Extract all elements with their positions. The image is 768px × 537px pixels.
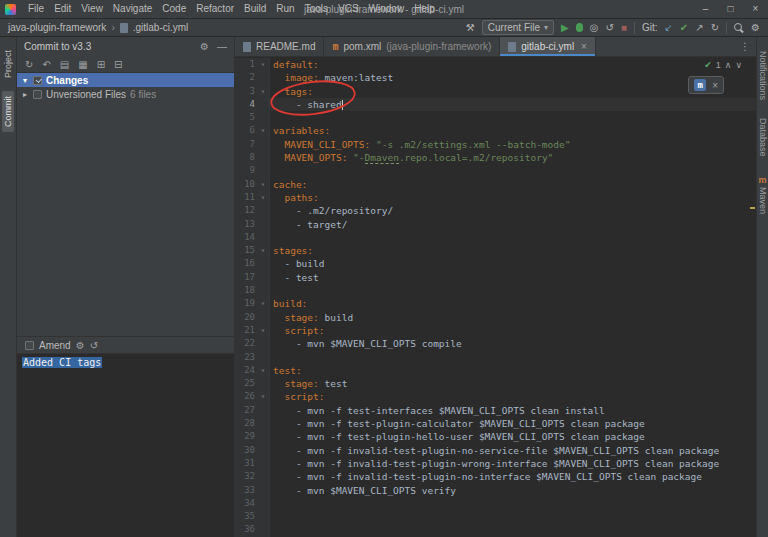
refresh-icon[interactable]: ↻ — [25, 59, 33, 70]
code-line-31[interactable]: 31 - mvn -f invalid-test-plugin-wrong-in… — [235, 457, 756, 470]
code-line-18[interactable]: 18 — [235, 284, 756, 297]
fold-icon[interactable]: ▾ — [257, 364, 270, 377]
menu-tools[interactable]: Tools — [300, 0, 333, 18]
code-line-22[interactable]: 22 - mvn $MAVEN_CLI_OPTS compile — [235, 337, 756, 350]
fold-icon[interactable]: ▾ — [257, 324, 270, 337]
hide-panel-icon[interactable]: — — [217, 41, 227, 52]
chevron-right-icon[interactable]: ▸ — [21, 90, 29, 99]
menu-help[interactable]: Help — [409, 0, 440, 18]
menu-window[interactable]: Window — [364, 0, 410, 18]
fold-icon[interactable]: ▾ — [257, 58, 270, 71]
breadcrumb-project[interactable]: java-plugin-framework — [8, 22, 106, 33]
code-line-3[interactable]: 3▾ tags: — [235, 85, 756, 98]
menu-run[interactable]: Run — [271, 0, 299, 18]
code-line-15[interactable]: 15▾stages: — [235, 244, 756, 257]
expand-all-icon[interactable]: ⊞ — [97, 59, 105, 70]
code-line-19[interactable]: 19▾build: — [235, 297, 756, 310]
tab-options-icon[interactable]: ⋮ — [734, 37, 756, 56]
gear-icon[interactable]: ⚙ — [200, 41, 209, 52]
commit-history-icon[interactable]: ↺ — [90, 340, 98, 351]
git-commit-icon[interactable]: ✔ — [680, 23, 688, 33]
close-icon[interactable]: × — [743, 0, 768, 18]
code-line-26[interactable]: 26▾ script: — [235, 390, 756, 403]
code-line-30[interactable]: 30 - mvn -f invalid-test-plugin-no-servi… — [235, 444, 756, 457]
close-tab-icon[interactable]: × — [581, 41, 587, 52]
menu-view[interactable]: View — [76, 0, 108, 18]
git-refresh-icon[interactable]: ↻ — [711, 23, 719, 33]
menu-build[interactable]: Build — [239, 0, 271, 18]
code-line-36[interactable]: 36 — [235, 523, 756, 536]
editor[interactable]: 1▾default:2 image: maven:latest3▾ tags:4… — [235, 57, 756, 537]
menu-file[interactable]: File — [23, 0, 49, 18]
fold-icon[interactable]: ▾ — [257, 85, 270, 98]
run-config-select[interactable]: Current File ▾ — [482, 20, 554, 35]
code-line-33[interactable]: 33 - mvn $MAVEN_CLI_OPTS verify — [235, 484, 756, 497]
fold-icon[interactable]: ▾ — [257, 124, 270, 137]
menu-navigate[interactable]: Navigate — [108, 0, 157, 18]
code-line-35[interactable]: 35 — [235, 510, 756, 523]
coverage-button[interactable]: ◎ — [590, 23, 599, 33]
settings-gear-icon[interactable]: ⚙ — [751, 23, 760, 33]
collapse-all-icon[interactable]: ⊟ — [114, 59, 122, 70]
changes-checkbox[interactable] — [33, 76, 42, 85]
code-line-13[interactable]: 13 - target/ — [235, 218, 756, 231]
tool-stripe-notifications[interactable]: Notifications — [758, 51, 768, 100]
fold-icon[interactable]: ▾ — [257, 191, 270, 204]
code-line-24[interactable]: 24▾test: — [235, 364, 756, 377]
code-line-11[interactable]: 11▾ paths: — [235, 191, 756, 204]
rollback-icon[interactable]: ↶ — [42, 59, 50, 70]
breadcrumb-file[interactable]: .gitlab-ci.yml — [133, 22, 189, 33]
code-line-28[interactable]: 28 - mvn -f test-plugin-calculator $MAVE… — [235, 417, 756, 430]
code-line-20[interactable]: 20 stage: build — [235, 311, 756, 324]
code-line-23[interactable]: 23 — [235, 351, 756, 364]
minimize-icon[interactable]: – — [693, 0, 718, 18]
commit-options-gear-icon[interactable]: ⚙ — [76, 340, 85, 351]
code-line-16[interactable]: 16 - build — [235, 257, 756, 270]
code-line-27[interactable]: 27 - mvn -f test-interfaces $MAVEN_CLI_O… — [235, 404, 756, 417]
search-icon[interactable] — [734, 23, 744, 33]
tab-gitlab-ci[interactable]: gitlab-ci.yml × — [500, 37, 596, 56]
maven-reload-icon[interactable]: m — [694, 79, 706, 91]
run-button[interactable]: ▶ — [561, 23, 569, 33]
tab-pom[interactable]: m pom.xml (java-plugin-framework) — [324, 37, 500, 56]
commit-message-input[interactable]: Added CI tags — [17, 353, 234, 537]
git-update-icon[interactable]: ↙ — [664, 23, 672, 33]
unversioned-files-node[interactable]: ▸ Unversioned Files 6 files — [17, 87, 234, 101]
code-line-7[interactable]: 7 MAVEN_CLI_OPTS: "-s .m2/settings.xml -… — [235, 138, 756, 151]
code-line-29[interactable]: 29 - mvn -f test-plugin-hello-user $MAVE… — [235, 430, 756, 443]
maximize-icon[interactable]: □ — [718, 0, 743, 18]
code-line-17[interactable]: 17 - test — [235, 271, 756, 284]
menu-refactor[interactable]: Refactor — [191, 0, 239, 18]
fold-icon[interactable]: ▾ — [257, 297, 270, 310]
code-line-12[interactable]: 12 - .m2/repository/ — [235, 204, 756, 217]
amend-checkbox[interactable] — [25, 341, 34, 350]
fold-icon[interactable]: ▾ — [257, 390, 270, 403]
chevron-down-icon[interactable]: ▾ — [21, 76, 29, 85]
error-stripe-mark[interactable] — [750, 207, 755, 209]
code-line-8[interactable]: 8 MAVEN_OPTS: "-Dmaven.repo.local=.m2/re… — [235, 151, 756, 164]
prev-problem-icon[interactable]: ∧ — [725, 60, 732, 70]
git-push-icon[interactable]: ↗ — [695, 23, 703, 33]
tool-stripe-database[interactable]: Database — [758, 118, 768, 157]
unversioned-checkbox[interactable] — [33, 90, 42, 99]
code-line-2[interactable]: 2 image: maven:latest — [235, 71, 756, 84]
code-line-25[interactable]: 25 stage: test — [235, 377, 756, 390]
menu-edit[interactable]: Edit — [49, 0, 76, 18]
profiler-button[interactable]: ↺ — [605, 23, 613, 33]
code-line-6[interactable]: 6▾variables: — [235, 124, 756, 137]
next-problem-icon[interactable]: ∨ — [735, 60, 742, 70]
build-hammer-icon[interactable]: ⚒ — [466, 23, 475, 33]
code-line-34[interactable]: 34 — [235, 497, 756, 510]
debug-button[interactable] — [576, 23, 583, 32]
code-line-21[interactable]: 21▾ script: — [235, 324, 756, 337]
show-diff-icon[interactable]: ▤ — [60, 59, 69, 70]
tool-stripe-commit[interactable]: Commit — [2, 91, 14, 132]
tool-stripe-maven[interactable]: m Maven — [758, 175, 768, 214]
group-by-icon[interactable]: ▦ — [78, 59, 87, 70]
code-line-14[interactable]: 14 — [235, 231, 756, 244]
changes-node[interactable]: ▾ Changes — [17, 73, 234, 87]
code-line-10[interactable]: 10▾cache: — [235, 178, 756, 191]
stop-button[interactable]: ■ — [621, 23, 627, 33]
close-icon[interactable]: × — [712, 80, 718, 91]
tool-stripe-project[interactable]: Project — [2, 45, 14, 83]
